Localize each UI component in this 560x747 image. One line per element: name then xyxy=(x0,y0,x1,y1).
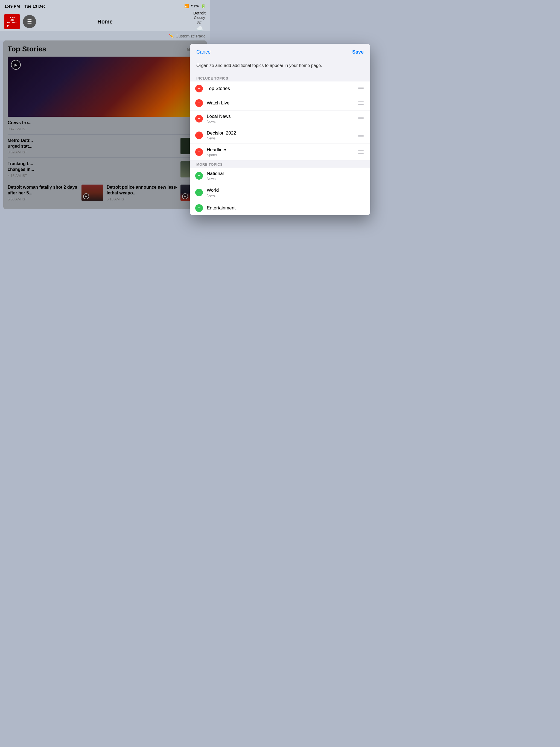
menu-button[interactable]: ☰ xyxy=(23,15,36,28)
more-topics-section: MORE TOPICS + National News + xyxy=(190,160,210,215)
hamburger-icon: ☰ xyxy=(27,18,32,25)
more-topics-list: + National News + World News xyxy=(190,168,210,215)
minus-icon: − xyxy=(198,116,201,121)
modal-overlay[interactable] xyxy=(3,41,207,209)
modal-header: Cancel Save xyxy=(190,44,210,58)
customize-bar: ✏️ Customize Page xyxy=(0,31,210,41)
plus-icon: + xyxy=(198,173,201,178)
topic-name: Local News xyxy=(207,114,210,119)
weather-condition: Cloudy xyxy=(193,16,206,20)
include-topics-label: INCLUDE TOPICS xyxy=(190,74,210,81)
modal-cancel-button[interactable]: Cancel xyxy=(196,49,210,55)
topic-item-national[interactable]: + National News xyxy=(190,168,210,184)
status-bar: 1:49 PM Tue 13 Dec 📶 51% 🔋 xyxy=(0,0,210,12)
status-time-date: 1:49 PM Tue 13 Dec xyxy=(4,4,46,8)
wifi-icon: 📶 xyxy=(184,4,189,8)
topic-name: Headlines xyxy=(207,147,210,153)
modal-description: Organize and add additional topics to ap… xyxy=(190,58,210,74)
topic-name: World xyxy=(207,187,210,193)
remove-watch-live-button[interactable]: − xyxy=(195,99,203,107)
add-national-button[interactable]: + xyxy=(195,172,203,180)
topic-category: News xyxy=(207,193,210,198)
remove-headlines-button[interactable]: − xyxy=(195,148,203,156)
more-topics-label: MORE TOPICS xyxy=(190,160,210,168)
topic-item-top-stories[interactable]: − Top Stories xyxy=(190,81,210,96)
header: CLICKONDETROIT ▶ ☰ Home Detroit Cloudy 3… xyxy=(0,12,210,31)
add-entertainment-button[interactable]: + xyxy=(195,204,203,212)
plus-icon: + xyxy=(198,190,201,195)
minus-icon: − xyxy=(198,100,201,105)
add-world-button[interactable]: + xyxy=(195,189,203,196)
customize-modal: Cancel Save Organize and add additional … xyxy=(190,44,210,215)
weather-temp: 32° xyxy=(193,20,206,25)
topic-item-local-news[interactable]: − Local News News xyxy=(190,110,210,127)
main-content: Top Stories MORE ▶ ▶ Crews fro... 9:47 A… xyxy=(3,41,207,209)
battery-percent: 51% xyxy=(191,4,199,8)
topic-item-world[interactable]: + World News xyxy=(190,184,210,201)
plus-icon: + xyxy=(198,205,201,210)
weather-widget[interactable]: Detroit Cloudy 32° ☁️ xyxy=(193,11,206,33)
app-logo[interactable]: CLICKONDETROIT ▶ xyxy=(4,14,20,29)
topic-item-decision-2022[interactable]: − Decision 2022 News xyxy=(190,127,210,144)
topic-item-headlines[interactable]: − Headlines Sports xyxy=(190,144,210,160)
modal-body: Organize and add additional topics to ap… xyxy=(190,58,210,215)
topic-name: National xyxy=(207,171,210,176)
battery-icon: 🔋 xyxy=(201,4,206,8)
pencil-icon: ✏️ xyxy=(169,33,174,38)
topic-item-watch-live[interactable]: − Watch Live xyxy=(190,96,210,110)
topic-category: News xyxy=(207,177,210,181)
remove-decision-2022-button[interactable]: − xyxy=(195,131,203,139)
remove-top-stories-button[interactable]: − xyxy=(195,85,203,93)
logo-play-icon: ▶ xyxy=(7,24,17,27)
topic-name: Top Stories xyxy=(207,86,210,91)
topic-name: Watch Live xyxy=(207,100,210,106)
customize-label: Customize Page xyxy=(176,34,206,38)
minus-icon: − xyxy=(198,133,201,137)
weather-city: Detroit xyxy=(193,11,206,16)
page-title: Home xyxy=(97,19,113,25)
topic-category: News xyxy=(207,120,210,124)
minus-icon: − xyxy=(198,149,201,154)
weather-cloud-icon: ☁️ xyxy=(196,25,203,32)
status-indicators: 📶 51% 🔋 xyxy=(184,4,206,8)
topic-name: Entertainment xyxy=(207,205,210,211)
topic-category: News xyxy=(207,136,210,140)
topic-category: Sports xyxy=(207,153,210,157)
included-topics-list: − Top Stories − Watch Live xyxy=(190,81,210,160)
remove-local-news-button[interactable]: − xyxy=(195,115,203,123)
logo-text: CLICKONDETROIT xyxy=(7,16,17,24)
customize-page-button[interactable]: ✏️ Customize Page xyxy=(169,33,206,38)
topic-item-entertainment[interactable]: + Entertainment xyxy=(190,201,210,215)
minus-icon: − xyxy=(198,86,201,91)
topic-name: Decision 2022 xyxy=(207,130,210,136)
